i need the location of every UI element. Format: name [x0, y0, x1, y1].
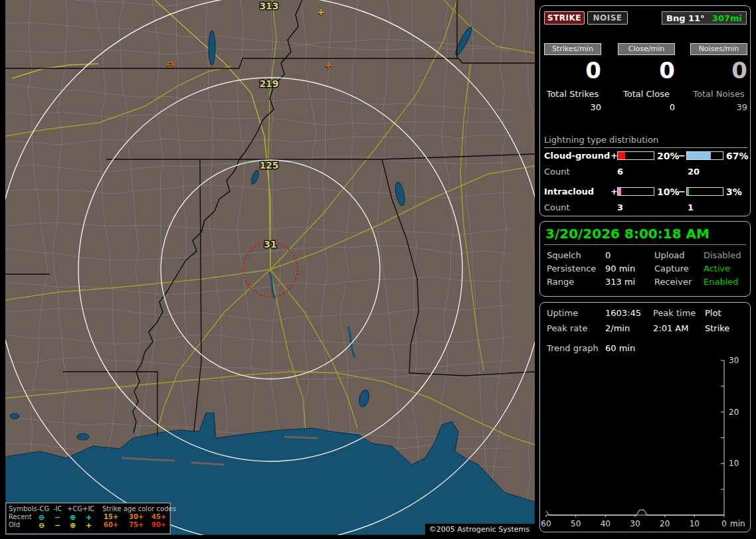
cg-positive-pct: 20% — [657, 151, 680, 161]
svg-text:40: 40 — [601, 519, 611, 528]
plot-label: Plot — [705, 308, 721, 318]
legend-header-neg-cg: -CG — [37, 505, 49, 512]
count-label: Count — [544, 202, 570, 212]
capture-value: Active — [704, 264, 730, 273]
trend-graph: 1020306050403020100min — [540, 303, 751, 533]
barrier-island — [284, 437, 318, 438]
age-60: 60+ — [104, 521, 118, 528]
peak-rate-value: 2/min — [605, 323, 630, 333]
status-row: Squelch 0 Upload Disabled — [540, 250, 750, 261]
ic-positive-bar — [617, 187, 654, 196]
ic-positive-pct: 10% — [657, 187, 680, 197]
receiver-value: Enabled — [704, 277, 739, 287]
count-label: Count — [544, 167, 570, 177]
squelch-value: 0 — [605, 250, 611, 260]
lake — [77, 433, 89, 440]
divider — [544, 244, 746, 245]
svg-text:30: 30 — [729, 356, 739, 365]
svg-text:60: 60 — [541, 519, 551, 528]
total-noises-value: 39 — [690, 102, 747, 112]
intracloud-row: Intracloud + 10% − 3% — [544, 187, 747, 197]
old-pos-cg-icon: ⊕ — [70, 521, 76, 530]
stats-row: Uptime 1603:45 Peak time Plot — [540, 308, 750, 319]
legend-old-row: Old ⊖ − ⊕ + 60+ 75+ 90+ — [6, 521, 170, 528]
strikes-per-min-value: 0 — [544, 57, 601, 84]
age-15: 15+ — [104, 513, 118, 520]
strike-button[interactable]: STRIKE — [544, 11, 585, 25]
bearing-label: Bng 11° — [666, 13, 705, 23]
cg-negative-count: 20 — [688, 167, 700, 177]
legend-header-pos-ic: +IC — [82, 505, 94, 512]
bearing-range: 307mi — [712, 13, 742, 23]
ring-label-31: 31 — [264, 239, 276, 250]
ic-negative-count: 1 — [688, 202, 694, 212]
svg-text:0: 0 — [721, 519, 727, 528]
strikes-per-min-chip: Strikes/min — [544, 43, 601, 55]
cloud-ground-row: Cloud-ground + 20% − 67% — [544, 151, 747, 161]
peak-time-label: Peak time — [653, 308, 696, 318]
receiver-label: Receiver — [654, 277, 692, 287]
counters-panel: STRIKE NOISE Bng 11° 307mi Strikes/min 0… — [539, 5, 751, 216]
trend-graph-label: Trend graph — [547, 343, 599, 353]
ic-negative-pct: 3% — [726, 187, 742, 197]
intracloud-label: Intracloud — [544, 187, 594, 196]
app-window: 313 219 125 31 ++⊖ Symbols -CG -IC +CG +… — [0, 0, 756, 539]
svg-text:min: min — [730, 519, 745, 528]
svg-text:20: 20 — [660, 519, 670, 528]
cg-positive-count: 6 — [617, 167, 623, 177]
ring-label-219: 219 — [259, 78, 278, 89]
stats-row: Peak rate 2/min 2:01 AM Strike — [540, 323, 750, 334]
lake — [209, 31, 215, 65]
upload-value: Disabled — [704, 250, 741, 260]
cg-positive-bar — [617, 151, 654, 160]
legend-recent-label: Recent — [9, 513, 32, 520]
age-90: 90+ — [151, 521, 166, 528]
svg-text:30: 30 — [630, 519, 640, 528]
capture-label: Capture — [654, 264, 689, 273]
noises-per-min-value: 0 — [690, 57, 747, 84]
trend-window-value: 60 min — [605, 343, 635, 353]
svg-text:20: 20 — [729, 408, 739, 417]
range-label: Range — [547, 277, 574, 287]
age-75: 75+ — [129, 521, 143, 528]
minus-sign: − — [678, 151, 686, 161]
strikes-column: Strikes/min 0 Total Strikes 30 — [544, 43, 601, 112]
ring-label-313: 313 — [259, 1, 278, 11]
ic-positive-count: 3 — [617, 202, 623, 212]
legend-header-pos-cg: +CG — [67, 505, 82, 512]
map-legend: Symbols -CG -IC +CG +IC Strike age color… — [5, 502, 171, 534]
datetime-display: 3/20/2026 8:00:18 AM — [545, 226, 709, 242]
total-close-label: Total Close — [618, 89, 675, 99]
copyright: ©2005 Astrogenic Systems — [425, 524, 535, 535]
total-close-value: 0 — [618, 102, 675, 112]
minus-sign: − — [678, 187, 686, 196]
svg-text:50: 50 — [571, 519, 581, 528]
legend-header-neg-ic: -IC — [53, 505, 62, 512]
total-strikes-value: 30 — [544, 102, 601, 112]
cloud-ground-label: Cloud-ground — [544, 151, 610, 161]
upload-label: Upload — [654, 250, 685, 260]
cg-negative-bar — [686, 151, 723, 160]
old-neg-cg-icon: ⊖ — [39, 521, 45, 530]
uptime-value: 1603:45 — [605, 308, 641, 318]
status-panel: 3/20/2026 8:00:18 AM Squelch 0 Upload Di… — [539, 221, 751, 297]
legend-recent-row: Recent ⊖ − ⊕ + 15+ 30+ 45+ — [6, 513, 170, 520]
lake — [10, 414, 19, 419]
ic-negative-bar — [686, 187, 723, 196]
noises-column: Noises/min 0 Total Noises 39 — [690, 43, 747, 112]
legend-age-header: Strike age color codes — [102, 505, 176, 512]
range-value: 313 mi — [605, 277, 635, 287]
distribution-title: Lightning type distribution — [544, 135, 747, 148]
persistence-label: Persistence — [547, 264, 596, 273]
intracloud-count-row: Count 3 1 — [544, 202, 747, 213]
noise-button[interactable]: NOISE — [587, 11, 628, 25]
cloud-ground-count-row: Count 6 20 — [544, 167, 747, 177]
close-per-min-chip: Close/min — [618, 43, 675, 55]
svg-text:10: 10 — [729, 459, 739, 468]
bearing-display: Bng 11° 307mi — [662, 11, 747, 25]
plot-value: Strike — [705, 323, 729, 333]
trend-graph-row: Trend graph 60 min — [540, 343, 750, 354]
cg-negative-pct: 67% — [726, 151, 749, 161]
lightning-map[interactable]: 313 219 125 31 ++⊖ Symbols -CG -IC +CG +… — [5, 0, 535, 535]
ring-label-125: 125 — [259, 160, 278, 171]
